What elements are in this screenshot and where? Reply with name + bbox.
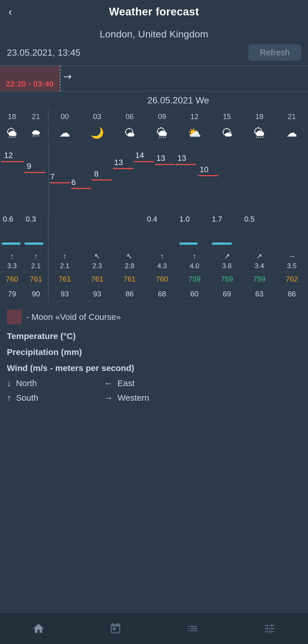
wind-speed-03: 2.3: [92, 262, 102, 270]
humidity-06: 86: [114, 287, 146, 301]
wind-arrow-15: ↗: [211, 252, 243, 261]
temp-03: 6: [71, 178, 76, 187]
wind-arrow-06: ↖: [114, 252, 146, 261]
prev-precip-21: 0.3: [26, 215, 36, 224]
temp-09: 13: [114, 158, 123, 167]
legend-precip: Precipitation (mm): [7, 346, 301, 358]
wind-arrow-03: ↖: [81, 252, 114, 261]
wind-arrow-09: ↑: [146, 252, 178, 261]
prev-icon-18: 🌦: [0, 127, 24, 140]
wind-03: ↖ 2.3: [81, 248, 114, 272]
hour-00: 00: [48, 109, 81, 124]
wind-speed-12: 4.0: [190, 262, 199, 270]
prev-icon-cells: 🌦 🌧: [0, 127, 48, 140]
temp-15: 13: [156, 154, 165, 163]
temp-bar-21: [198, 175, 218, 176]
legend-section: - Moon «Void of Course» Temperature (°C)…: [0, 302, 308, 413]
wind-dir-row-2: ↑ South → Western: [7, 393, 301, 403]
refresh-button[interactable]: Refresh: [248, 44, 301, 61]
wind-speed-00: 2.1: [60, 262, 69, 270]
page-title: Weather forecast: [109, 6, 199, 18]
wind-prev-cells: ↑ 3.3 ↑ 2.1: [0, 248, 48, 272]
nav-calendar[interactable]: [109, 622, 122, 635]
humidity-prev-18: 79: [0, 287, 24, 301]
wind-prev-18: ↑ 3.3: [0, 248, 24, 272]
wind-arrow-18: ↗: [243, 252, 276, 261]
back-button[interactable]: ‹: [9, 6, 12, 18]
list-icon: [186, 622, 199, 635]
date-refresh-row: 23.05.2021, 13:45 Refresh: [0, 40, 308, 65]
prev-precip-18: 0.6: [3, 215, 13, 224]
icon-21: ☁: [275, 127, 308, 140]
wind-speed-06: 2.8: [125, 262, 134, 270]
pressure-prev-21: 761: [24, 272, 48, 286]
pressure-prev-18: 760: [0, 272, 24, 286]
wind-dir-western: → Western: [104, 393, 201, 403]
south-arrow-icon: ↑: [7, 393, 11, 403]
precip-bar-15: [212, 242, 232, 245]
wind-15: ↗ 3.8: [211, 248, 243, 272]
moon-legend-text: - Moon «Void of Course»: [26, 312, 121, 322]
wind-directions: ↓ North ← East ↑ South → Western: [7, 378, 301, 403]
wind-18: ↗ 3.4: [243, 248, 276, 272]
chart-container: ↗ 22:20 - 03:40 26.05.2021 We 18 21 00 0…: [0, 65, 308, 302]
hour-12: 12: [178, 109, 211, 124]
icon-15: 🌤: [211, 127, 243, 140]
location-label: London, United Kingdom: [0, 23, 308, 40]
pressure-03: 761: [81, 272, 114, 286]
nav-home[interactable]: [32, 622, 45, 635]
moon-arrow-icon: ↗: [60, 69, 75, 84]
precip-bar-12: [179, 242, 198, 245]
prev-precip-bar-18: [2, 242, 21, 245]
hour-09: 09: [146, 109, 178, 124]
precip-15: 1.7: [212, 215, 222, 224]
moon-strip: ↗ 22:20 - 03:40: [0, 66, 308, 92]
precip-18: 0.5: [244, 215, 255, 224]
temp-21: 10: [200, 165, 208, 174]
icons-row: 🌦 🌧 ☁ 🌙 🌤 🌦 ⛅ 🌤 🌦 ☁: [0, 124, 308, 142]
temp-06: 8: [94, 169, 99, 178]
hour-03: 03: [81, 109, 114, 124]
humidity-row: 79 90 93 93 86 68 60 69 63 86: [0, 287, 308, 302]
wind-main-cells: ↑ 2.1 ↖ 2.3 ↖ 2.8 ↑ 4.3 ↑ 4.0 ↗ 3.8: [48, 248, 308, 272]
wind-dir-row-1: ↓ North ← East: [7, 378, 301, 389]
humidity-00: 93: [48, 287, 81, 301]
prev-hour-21: 21: [24, 109, 48, 124]
wind-speed-prev-18: 3.3: [7, 262, 17, 270]
prev-temp-18: 12: [4, 151, 13, 160]
temp-bar-03: [71, 188, 91, 189]
wind-arrow-21: →: [275, 252, 308, 261]
day-label: 26.05.2021 We: [48, 95, 308, 106]
calendar-icon: [109, 622, 122, 635]
prev-hour-18: 18: [0, 109, 24, 124]
icon-00: ☁: [48, 127, 81, 140]
temp-bar-06: [91, 179, 112, 180]
icon-03: 🌙: [81, 127, 114, 140]
home-icon: [32, 622, 45, 635]
main-icon-cells: ☁ 🌙 🌤 🌦 ⛅ 🌤 🌦 ☁: [48, 127, 308, 140]
humidity-18: 63: [243, 287, 276, 301]
pressure-prev-cells: 760 761: [0, 272, 48, 286]
humidity-12: 60: [178, 287, 211, 301]
wind-00: ↑ 2.1: [48, 248, 81, 272]
wind-speed-prev-21: 2.1: [31, 262, 40, 270]
prev-precip-bar-21: [25, 242, 43, 245]
legend-wind: Wind (m/s - meters per second): [7, 362, 301, 374]
wind-dir-east: ← East: [104, 378, 201, 389]
wind-06: ↖ 2.8: [114, 248, 146, 272]
pressure-row: 760 761 761 761 761 760 759 759 759 762: [0, 272, 308, 287]
nav-settings[interactable]: [263, 622, 276, 635]
prev-temp-bar-21: [24, 172, 46, 173]
wind-speed-18: 3.4: [255, 262, 264, 270]
main-hour-cells: 00 03 06 09 12 15 18 21: [48, 109, 308, 124]
temp-12: 14: [135, 151, 144, 160]
east-arrow-icon: ←: [104, 378, 113, 389]
icon-09: 🌦: [146, 127, 178, 140]
moon-swatch: [7, 310, 22, 324]
header: ‹ Weather forecast: [0, 0, 308, 23]
temp-bar-09: [113, 168, 133, 169]
pressure-00: 761: [48, 272, 81, 286]
pressure-21: 762: [275, 272, 308, 286]
hour-06: 06: [114, 109, 146, 124]
nav-list[interactable]: [186, 622, 199, 635]
